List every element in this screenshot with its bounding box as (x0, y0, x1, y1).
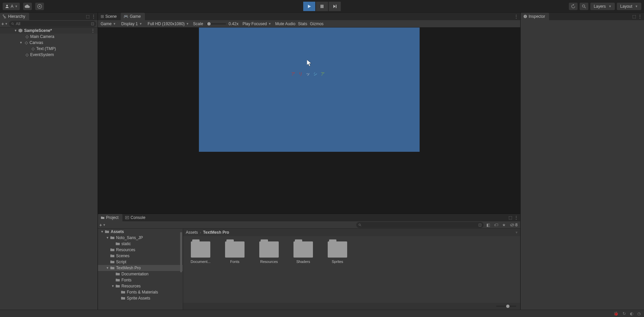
project-tree-item[interactable]: static (98, 241, 183, 247)
breadcrumb-item[interactable]: Assets (186, 230, 198, 235)
svg-rect-9 (3, 16, 5, 17)
layers-dropdown[interactable]: Layers ▼ (590, 3, 615, 10)
stats-toggle[interactable]: Stats (298, 21, 307, 26)
chevron-down-icon: ▼ (15, 5, 18, 8)
hierarchy-search[interactable]: All ⊡ (9, 21, 96, 27)
project-tree-item[interactable]: ▼Resources (98, 283, 183, 289)
game-mode-dropdown[interactable]: Game ▼ (99, 21, 117, 26)
icon-size-slider[interactable] (496, 306, 516, 307)
game-tab[interactable]: 🎮 Game (121, 13, 145, 20)
filter-by-label-icon[interactable]: 🏷 (493, 223, 499, 227)
favorite-filter-icon[interactable]: ★ (501, 223, 507, 227)
hierarchy-tab[interactable]: Hierarchy (0, 13, 29, 20)
layout-dropdown[interactable]: Layout ▼ (617, 3, 641, 10)
game-viewport: アリッシア (98, 28, 520, 214)
foldout-icon[interactable]: ▼ (19, 41, 23, 44)
scene-tab[interactable]: ⊞ Scene (98, 13, 121, 20)
project-tree-item[interactable]: Fonts (98, 277, 183, 283)
project-tree-item[interactable]: ▼Noto_Sans_JP (98, 235, 183, 241)
svg-line-18 (361, 225, 362, 226)
project-tree-item[interactable]: Script (98, 259, 183, 265)
hierarchy-tree: ▼ SampleScene* ⋮ ◇ Main Camera ▼ ◇ Canva… (0, 28, 98, 310)
cloud-button[interactable] (23, 3, 32, 10)
folder-icon (293, 241, 313, 258)
folder-label: Document... (189, 260, 213, 264)
cache-server-icon[interactable]: ◐ (630, 311, 633, 316)
vertical-dots-icon[interactable]: ⋮ (638, 14, 642, 19)
search-expand-icon[interactable]: ⊡ (478, 223, 482, 227)
foldout-icon[interactable]: ▼ (106, 266, 110, 270)
search-expand-icon[interactable]: ⊡ (91, 21, 94, 26)
project-tab[interactable]: Project (98, 214, 122, 221)
game-controller-icon: 🎮 (123, 14, 128, 19)
project-tree-item[interactable]: Sprite Assets (98, 295, 183, 301)
folder-grid-item[interactable]: Sprites (325, 241, 350, 264)
gizmos-toggle[interactable]: Gizmos (310, 21, 324, 26)
project-folder-tree: ▼Assets▼Noto_Sans_JPstaticResourcesScene… (98, 229, 183, 310)
auto-refresh-icon[interactable]: ↻ (623, 311, 626, 316)
hierarchy-item-eventsystem[interactable]: ◇ EventSystem (0, 52, 98, 58)
console-tab[interactable]: Console (122, 214, 149, 221)
step-button[interactable] (329, 2, 341, 11)
create-dropdown[interactable]: +▼ (99, 222, 106, 228)
account-label: A (11, 4, 13, 9)
chevron-down-icon: ▼ (635, 5, 638, 8)
vertical-dots-icon[interactable]: ⋮ (91, 28, 95, 33)
scale-label: Scale (193, 21, 203, 26)
foldout-icon[interactable]: ▼ (111, 284, 115, 288)
debug-icon[interactable]: 🐞 (613, 311, 619, 316)
lock-icon[interactable]: ⬚ (632, 14, 636, 19)
foldout-icon[interactable]: ▼ (14, 29, 18, 32)
folder-grid-item[interactable]: Resources (257, 241, 281, 264)
play-button[interactable] (303, 2, 315, 11)
project-tree-item[interactable]: ▼TextMesh Pro (98, 265, 183, 271)
vertical-dots-icon[interactable]: ⋮ (514, 14, 518, 19)
hidden-packages-toggle[interactable]: 8 (508, 223, 519, 227)
scale-slider[interactable] (206, 23, 226, 25)
project-search[interactable]: ⊡ (356, 222, 484, 228)
vertical-dots-icon[interactable]: ⋮ (514, 215, 518, 220)
folder-grid-item[interactable]: Fonts (223, 241, 247, 264)
history-icon (571, 4, 576, 9)
hierarchy-item-canvas[interactable]: ▼ ◇ Canvas (0, 40, 98, 46)
foldout-icon[interactable]: ▼ (101, 230, 105, 233)
account-button[interactable]: A ▼ (3, 3, 20, 10)
breadcrumb-item[interactable]: TextMesh Pro (203, 230, 229, 235)
lock-icon[interactable]: ⬚ (86, 14, 90, 19)
progress-icon[interactable]: ◷ (637, 311, 641, 316)
folder-icon (115, 278, 120, 282)
inspector-tab[interactable]: Inspector (521, 13, 549, 20)
version-control-button[interactable] (35, 3, 44, 10)
lock-icon[interactable]: ⬚ (508, 215, 512, 220)
svg-point-17 (359, 224, 361, 225)
play-focused-dropdown[interactable]: Play Focused ▼ (241, 21, 273, 26)
slider-thumb[interactable] (207, 22, 211, 26)
global-search-button[interactable] (580, 3, 588, 10)
project-tree-item[interactable]: Documentation (98, 271, 183, 277)
folder-icon (121, 290, 125, 295)
display-dropdown[interactable]: Display 1 ▼ (120, 21, 144, 26)
create-dropdown[interactable]: +▼ (1, 21, 8, 27)
play-icon (307, 4, 311, 8)
project-toolbar: +▼ ⊡ ◧ 🏷 ★ 8 (98, 221, 520, 229)
hierarchy-item-main-camera[interactable]: ◇ Main Camera (0, 34, 98, 40)
game-render: アリッシア (199, 28, 420, 152)
foldout-icon[interactable]: ▼ (106, 236, 110, 239)
mute-audio-toggle[interactable]: Mute Audio (275, 21, 296, 26)
folder-icon (225, 241, 245, 258)
filter-by-type-icon[interactable]: ◧ (485, 223, 491, 227)
undo-history-button[interactable] (569, 3, 578, 10)
tree-item-label: Scenes (116, 254, 129, 258)
project-tree-item[interactable]: Fonts & Materials (98, 289, 183, 295)
resolution-dropdown[interactable]: Full HD (1920x1080) ▼ (146, 21, 191, 26)
project-tree-item[interactable]: Resources (98, 247, 183, 253)
pause-button[interactable] (316, 2, 328, 11)
project-tree-item[interactable]: Scenes (98, 253, 183, 259)
scene-row[interactable]: ▼ SampleScene* ⋮ (0, 28, 98, 34)
slider-thumb[interactable] (506, 305, 509, 308)
project-tree-item[interactable]: ▼Assets (98, 229, 183, 235)
folder-grid-item[interactable]: Shaders (291, 241, 315, 264)
hierarchy-item-text-tmp[interactable]: ◇ Text (TMP) (0, 46, 98, 52)
vertical-dots-icon[interactable]: ⋮ (92, 14, 96, 19)
folder-grid-item[interactable]: Document... (189, 241, 213, 264)
